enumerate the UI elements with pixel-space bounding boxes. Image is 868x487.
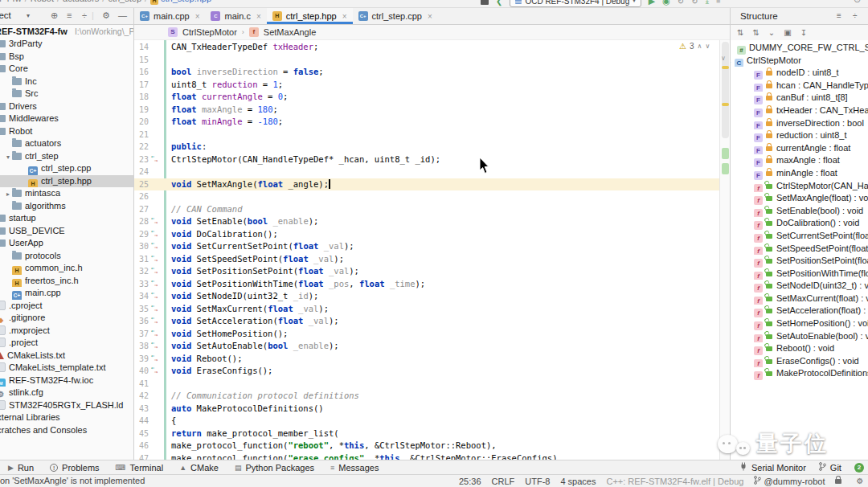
tree-item-Core[interactable]: Core (0, 63, 133, 76)
toolwindow-git[interactable]: Git (819, 462, 841, 473)
code-line-23[interactable]: 23←→ CtrlStepMotor(CAN_HandleTypeDef* _h… (134, 153, 719, 166)
breadcrumb-item[interactable]: ctrl_step.hpp (161, 0, 211, 3)
structure-item-Reboot[interactable]: fReboot() : void (731, 342, 868, 355)
toolwindow-terminal[interactable]: ⌨Terminal (116, 463, 164, 473)
chevron-right-icon[interactable]: ▸ (4, 188, 12, 200)
tree-item-CMakeLists.txt[interactable]: CMakeLists.txt (0, 350, 133, 362)
tree-item-actuators[interactable]: actuators (0, 137, 133, 150)
lock-icon[interactable] (835, 479, 841, 484)
debug-icon[interactable]: ◉ (662, 0, 670, 6)
tree-item-.cproject[interactable]: .cproject (0, 300, 133, 313)
structure-item-SetHomePosition[interactable]: fSetHomePosition() : void (731, 317, 868, 330)
tree-item-Inc[interactable]: Inc (0, 76, 133, 88)
structure-item-SetPositionSetPoint[interactable]: fSetPositionSetPoint(float) : void (731, 255, 868, 268)
expand-all-icon[interactable]: ≡ (67, 10, 72, 20)
run-icon[interactable]: ▶ (649, 0, 655, 6)
warning-stripe-mark[interactable] (722, 66, 729, 69)
run-configuration-select[interactable]: OCD REF-STM32F4 | Debug ▾ (510, 0, 641, 7)
user-icon[interactable] (481, 0, 489, 5)
profiler-icon[interactable]: ↻ (678, 0, 684, 6)
structure-item-SetCurrentSetPoint[interactable]: fSetCurrentSetPoint(float) : void (731, 230, 868, 243)
goto-definition-icon[interactable]: ←→ (149, 240, 164, 253)
tab-main.cpp[interactable]: C+main.cpp× (134, 8, 205, 24)
tree-item-ctrl_step.cpp[interactable]: C+ctrl_step.cpp (0, 162, 133, 175)
code-line-26[interactable]: 26 (134, 190, 719, 203)
code-line-15[interactable]: 15 (134, 54, 719, 67)
tree-item-REF-STM32F4-fw.ioc[interactable]: MREF-STM32F4-fw.ioc (0, 374, 133, 387)
code-line-33[interactable]: 33←→ void SetPositionWithTime(float _pos… (134, 278, 719, 291)
code-line-36[interactable]: 36←→ void SetAcceleration(float _val); (134, 315, 719, 328)
code-line-37[interactable]: 37←→ void SetHomePosition(); (134, 328, 719, 341)
code-line-43[interactable]: 43 auto MakeProtocolDefinitions() (134, 403, 719, 415)
code-line-35[interactable]: 35←→ void SetMaxCurrent(float _val); (134, 303, 719, 316)
code-editor[interactable]: 14 CAN_TxHeaderTypeDef txHeader;1516 boo… (134, 40, 719, 460)
tree-item-.mxproject[interactable]: .mxproject (0, 325, 133, 338)
coverage-icon[interactable]: ↻ (691, 0, 698, 6)
tree-item-freertos_inc.h[interactable]: Hfreertos_inc.h (0, 275, 133, 288)
code-line-41[interactable]: 41 (134, 378, 719, 391)
next-warning-icon[interactable]: ∨ (705, 43, 710, 50)
git-branch-widget[interactable]: @dummy-robot (754, 476, 825, 486)
structure-item-MakeProtocolDefinitions[interactable]: fMakeProtocolDefinitions() : auto (731, 367, 868, 380)
status-item[interactable]: UTF-8 (525, 477, 550, 486)
goto-definition-icon[interactable]: ←→ (149, 290, 164, 303)
structure-item-inverseDirection[interactable]: FinverseDirection : bool (731, 117, 868, 130)
toolwindow-problems[interactable]: !Problems (50, 463, 99, 473)
collapse-all-icon[interactable]: ÷ (853, 11, 858, 20)
structure-item-CtrlStepMotor[interactable]: fCtrlStepMotor(CAN_HandleTypeDef *, uint… (731, 180, 868, 193)
inspection-widget[interactable]: ⚠ 3 ∧ ∨ (679, 42, 710, 51)
code-line-19[interactable]: 19 float maxAngle = 180; (134, 104, 719, 117)
tab-main.c[interactable]: Cmain.c× (205, 8, 266, 24)
tree-item-.gitignore[interactable]: ◆.gitignore (0, 312, 133, 325)
tree-item-ctrl_step.hpp[interactable]: Hctrl_step.hpp (0, 175, 133, 188)
tree-item-CMakeLists_template.txt[interactable]: CMakeLists_template.txt (0, 362, 133, 374)
gear-icon[interactable]: ⚙ (856, 477, 863, 485)
goto-definition-icon[interactable]: ←→ (149, 315, 164, 328)
tree-item-common_inc.h[interactable]: Hcommon_inc.h (0, 262, 133, 275)
notification-badge[interactable]: 2 (854, 463, 864, 473)
code-line-31[interactable]: 31←→ void SetSpeedSetPoint(float _val); (134, 253, 719, 266)
code-line-17[interactable]: 17 uint8_t reduction = 1; (134, 79, 719, 92)
attach-icon[interactable]: ⤓ (706, 0, 709, 6)
structure-item-currentAngle[interactable]: FcurrentAngle : float (731, 142, 868, 155)
structure-item-SetSpeedSetPoint[interactable]: fSetSpeedSetPoint(float) : void (731, 243, 868, 256)
show-fields-icon[interactable]: ▣ (784, 28, 791, 37)
breadcrumb-class[interactable]: CtrlStepMotor (182, 27, 237, 37)
sort-alpha-icon[interactable]: ⇅ (737, 28, 743, 37)
tree-item-STM32F405RGTx_FLASH.ld[interactable]: STM32F405RGTx_FLASH.ld (0, 399, 133, 412)
tree-item-algorithms[interactable]: algorithms (0, 200, 133, 213)
chevron-down-icon[interactable]: ∨ (721, 55, 726, 62)
code-line-40[interactable]: 40←→ void EraseConfigs(); (134, 365, 719, 378)
structure-item-SetPositionWithTime[interactable]: fSetPositionWithTime(float, float) : voi… (731, 268, 868, 280)
structure-item-SetAcceleration[interactable]: fSetAcceleration(float) : void (731, 305, 868, 317)
structure-item-reduction[interactable]: Freduction : uint8_t (731, 129, 868, 142)
goto-definition-icon[interactable]: ←→ (149, 228, 164, 241)
toolwindow-python-packages[interactable]: ▤Python Packages (235, 463, 314, 473)
tree-item-main.cpp[interactable]: C+main.cpp (0, 287, 133, 300)
gear-icon[interactable]: ⚙ (102, 10, 110, 21)
tree-item-root[interactable]: REF-STM32F4-fw I:\onWorking\_Privat (0, 25, 133, 38)
code-line-28[interactable]: 28←→ void SetEnable(bool _enable); (134, 215, 719, 228)
close-tab-icon[interactable]: × (195, 12, 200, 21)
code-line-47[interactable]: 47 make_protocol_function("erase_configs… (134, 452, 719, 460)
tree-item-USB_DEVICE[interactable]: USB_DEVICE (0, 225, 133, 238)
structure-item-nodeID[interactable]: FnodeID : uint8_t (731, 67, 868, 80)
code-line-30[interactable]: 30←→ void SetCurrentSetPoint(float _val)… (134, 240, 719, 253)
code-line-38[interactable]: 38←→ void SetAutoEnable(bool _enable); (134, 340, 719, 353)
status-item[interactable]: 25:36 (459, 477, 481, 486)
status-item[interactable]: CRLF (492, 477, 515, 486)
tree-item-.project[interactable]: .project (0, 337, 133, 350)
structure-item-hcan[interactable]: Fhcan : CAN_HandleTypeDef * (731, 80, 868, 92)
code-line-22[interactable]: 22public: (134, 141, 719, 153)
tree-item-startup[interactable]: startup (0, 212, 133, 225)
hide-panel-icon[interactable]: — (118, 10, 127, 20)
goto-definition-icon[interactable]: ←→ (149, 153, 164, 166)
vcs-stripe-mark[interactable] (722, 148, 729, 159)
sort-visibility-icon[interactable]: ⇅ (752, 28, 759, 37)
tree-item-Scratches and Consoles[interactable]: ▢Scratches and Consoles (0, 424, 133, 437)
structure-item-minAngle[interactable]: FminAngle : float (731, 167, 868, 180)
code-line-25[interactable]: 25 void SetMaxAngle(float _angle); (134, 178, 719, 191)
toolwindow-serial-monitor[interactable]: Serial Monitor (739, 462, 806, 473)
structure-item-SetMaxCurrent[interactable]: fSetMaxCurrent(float) : void (731, 293, 868, 305)
prev-warning-icon[interactable]: ∧ (698, 43, 702, 50)
